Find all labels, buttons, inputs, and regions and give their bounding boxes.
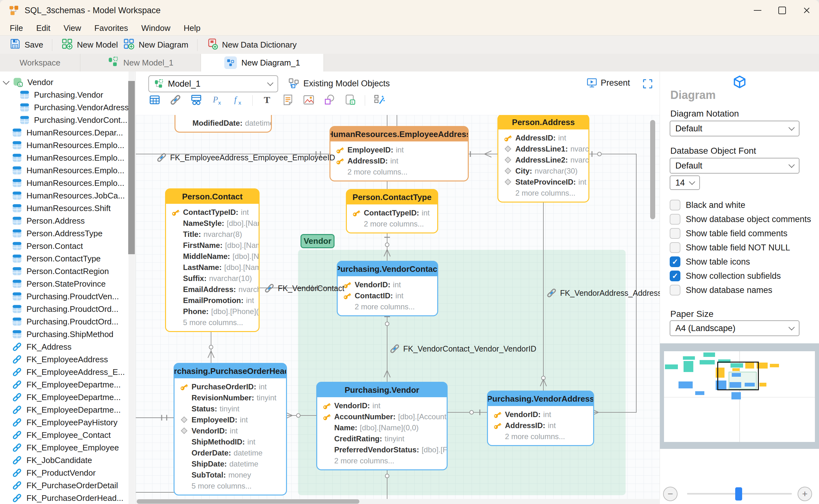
canvas-hscrollbar[interactable] <box>136 499 660 504</box>
table-field-row[interactable]: ContactTypeID:int <box>347 207 437 218</box>
tab-new-diagram_1[interactable]: New Diagram_1 <box>201 54 324 72</box>
table-field-row[interactable]: AddressID:int <box>498 132 588 143</box>
table-field-row[interactable]: VendorID:int <box>338 279 437 290</box>
sidebar-item-fk-employeeaddress[interactable]: FK_EmployeeAddress <box>0 353 135 366</box>
canvas-hscrollbar-thumb[interactable] <box>137 499 359 504</box>
table-field-row[interactable]: City:nvarchar(30) <box>498 165 588 176</box>
table-field-row[interactable]: PurchaseOrderID:int <box>175 381 286 392</box>
more-columns-row[interactable]: 5 more columns... <box>175 480 286 491</box>
table-field-row[interactable]: AddressID:int <box>330 155 468 166</box>
table-title[interactable]: Person.Contact <box>166 189 259 204</box>
sidebar-item-humanresources-depar-[interactable]: HumanResources.Depar... <box>0 126 135 139</box>
table-field-row[interactable]: AddressLine2:nvarchar(... <box>498 154 588 165</box>
sidebar-item-humanresources-emplo-[interactable]: HumanResources.Emplo... <box>0 139 135 152</box>
sidebar-item-purchasing-proudctord-[interactable]: Purchasing.ProudctOrd... <box>0 315 135 328</box>
font-size-select[interactable]: 14 <box>670 175 700 190</box>
note-tool-button[interactable] <box>282 94 294 107</box>
table-field-row[interactable]: ModifiedDate:datetime <box>175 117 271 129</box>
more-columns-row[interactable]: 2 more columns... <box>498 187 588 198</box>
table-field-row[interactable]: ShipMethodID:int <box>175 436 286 447</box>
checkbox-box[interactable] <box>670 200 680 210</box>
maximize-button[interactable] <box>770 0 794 21</box>
zoom-out-button[interactable]: − <box>663 487 678 501</box>
sidebar-item-person-contacttype[interactable]: Person.ContactType <box>0 252 135 265</box>
menu-item-help[interactable]: Help <box>177 21 207 35</box>
sidebar-item-humanresources-jobca-[interactable]: HumanResources.JobCa... <box>0 189 135 202</box>
table-title[interactable]: Purchasing.Vendor <box>317 383 447 397</box>
tree-expand-chevron-icon[interactable] <box>3 78 9 84</box>
table-purchasing-vendorcontact[interactable]: Purchasing.VendorContactVendorID:intCont… <box>337 261 438 316</box>
checkbox-show-collection-subfields[interactable]: ✓Show collection subfields <box>670 270 781 282</box>
table-purchasing-vendoraddress[interactable]: Purchasing.VendorAddressVendorID:intAddr… <box>487 391 594 446</box>
sidebar-item-person-address[interactable]: Person.Address <box>0 215 135 227</box>
checkbox-show-database-names[interactable]: Show database names <box>670 284 772 296</box>
minimap-viewport[interactable] <box>717 362 759 390</box>
more-columns-row[interactable]: 2 more columns... <box>488 431 593 442</box>
minimize-button[interactable] <box>745 0 770 21</box>
menu-item-window[interactable]: Window <box>135 21 177 35</box>
table-field-row[interactable]: ContactID:int <box>338 290 437 301</box>
table-title[interactable]: Person.ContactType <box>347 190 437 204</box>
function-tool-button[interactable]: fx <box>232 94 244 107</box>
table-field-row[interactable]: Phone:[dbo].[Phone](0,0) <box>166 306 259 317</box>
checkbox-black-and-white[interactable]: Black and white <box>670 199 745 211</box>
table-field-row[interactable]: RevisionNumber:tinyint <box>175 392 286 403</box>
table-field-row[interactable]: Suffix:nvarchar(10) <box>166 273 259 284</box>
existing-model-objects-button[interactable]: Existing Model Objects <box>288 78 390 89</box>
sidebar-item-purchasing-proudctven-[interactable]: Purchasing.ProudctVen... <box>0 290 135 303</box>
table-field-row[interactable]: ShipDate:datetime <box>175 458 286 469</box>
more-columns-row[interactable]: 5 more columns... <box>166 317 259 328</box>
checkbox-box[interactable]: ✓ <box>670 271 680 281</box>
checkbox-box[interactable] <box>670 285 680 295</box>
table-field-row[interactable]: VendorID:int <box>317 400 447 411</box>
table-tool-button[interactable] <box>148 94 161 107</box>
table-field-row[interactable]: SubTotal:money <box>175 469 286 480</box>
table-humanresources-employeeaddress[interactable]: HumanResources.EmployeeAddressEmployeeID… <box>329 126 469 181</box>
zoom-in-button[interactable]: + <box>798 487 812 501</box>
table-field-row[interactable]: CreditRating:tinyint <box>317 433 447 444</box>
sidebar-item-purchasing-vendoradress[interactable]: Purchasing.VendorAdress <box>0 101 135 114</box>
table-field-row[interactable]: MiddleName:[dbo].[Name]... <box>166 251 259 262</box>
sidebar-item-fk-employeedepartme-[interactable]: FK_EmployeeDepartme... <box>0 404 135 416</box>
checkbox-show-table-field-not-null[interactable]: Show table field NOT NULL <box>670 241 790 254</box>
view-tool-button[interactable] <box>190 94 203 107</box>
sidebar-item-fk-employeedepartme-[interactable]: FK_EmployeeDepartme... <box>0 378 135 391</box>
checkbox-show-database-object-comments[interactable]: Show database object comments <box>670 213 811 226</box>
sidebar-item-humanresources-emplo-[interactable]: HumanResources.Emplo... <box>0 152 135 164</box>
new-model-button[interactable]: New Model <box>59 38 120 52</box>
checkbox-show-table-icons[interactable]: ✓Show table icons <box>670 255 750 268</box>
new-diagram-button[interactable]: New Diagram <box>120 38 191 52</box>
table-field-row[interactable]: FirstName:[dbo].[Name](0... <box>166 240 259 251</box>
sidebar-item-person-contact[interactable]: Person.Contact <box>0 240 135 252</box>
close-button[interactable] <box>794 0 819 21</box>
sidebar-item-purchasing-vendor[interactable]: Purchasing.Vendor <box>0 89 135 101</box>
table-clipped[interactable]: ModifiedDate:datetime <box>175 115 272 133</box>
table-field-row[interactable]: Status:tinyint <box>175 403 286 414</box>
sidebar-item-humanresources-emplo-[interactable]: HumanResources.Emplo... <box>0 164 135 177</box>
table-field-row[interactable]: EmployeeID:int <box>330 144 468 155</box>
table-field-row[interactable]: VendorID:int <box>175 425 286 436</box>
sidebar-item-fk-productvendor[interactable]: FK_ProductVendor <box>0 467 135 479</box>
sidebar-item-person-contactregion[interactable]: Person.ContactRegion <box>0 265 135 278</box>
table-field-row[interactable]: AccountNumber:[dbo].[AccountNumber]... <box>317 411 447 422</box>
fk-label-fk-vendoraddress-address[interactable]: FK_VendorAddress_Address <box>546 288 660 298</box>
sidebar-scrollbar[interactable] <box>129 72 135 504</box>
text-tool-button[interactable]: T <box>261 94 273 107</box>
table-field-row[interactable]: VendorID:int <box>488 409 593 420</box>
table-field-row[interactable]: StateProvinceID:int <box>498 176 588 187</box>
table-field-row[interactable]: EmailAddress:nvarchar(50) <box>166 284 259 295</box>
sidebar-item-fk-jobcandidate[interactable]: FK_JobCandidate <box>0 454 135 467</box>
sidebar-item-fk-purchaseorderhead-[interactable]: FK_PurchaseOrderHead... <box>0 492 135 504</box>
sidebar-item-purchasing-vendorcont-[interactable]: Purchasing.VendorCont... <box>0 114 135 126</box>
sidebar-item-purchasing-proudctord-[interactable]: Purchasing.ProudctOrd... <box>0 303 135 315</box>
checkbox-box[interactable] <box>670 228 680 239</box>
present-button[interactable]: Present <box>586 77 630 89</box>
fk-label-fk-vendorcontact[interactable]: FK_VendorContact <box>264 283 344 294</box>
paper-size-select[interactable]: A4 (Landscape) <box>670 320 799 336</box>
save-button[interactable]: Save <box>7 38 46 52</box>
sidebar-item-person-stateprovince[interactable]: Person.StateProvince <box>0 278 135 290</box>
checkbox-box[interactable]: ✓ <box>670 256 680 267</box>
table-field-row[interactable]: AddressLine1:nvarchar(... <box>498 143 588 154</box>
procedure-tool-button[interactable]: Px <box>211 94 223 107</box>
table-field-row[interactable]: Name:[dbo].[Name](0,0) <box>317 422 447 433</box>
